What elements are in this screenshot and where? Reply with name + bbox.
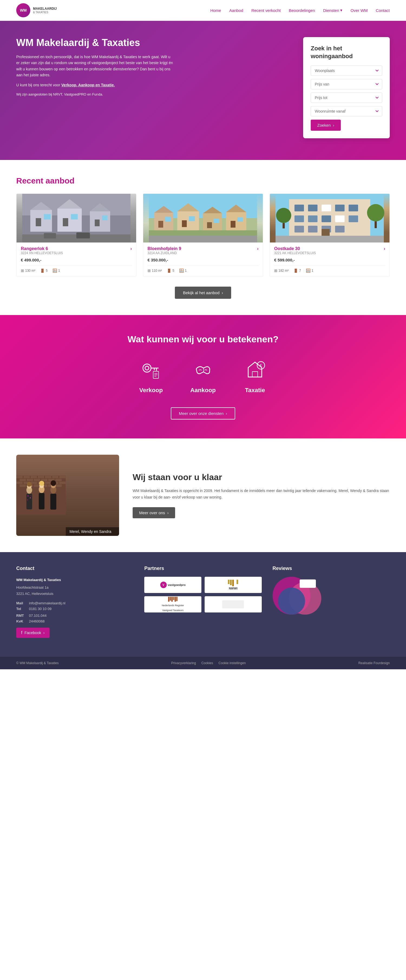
floors-icon-3: 🪟: [306, 269, 310, 273]
svg-rect-13: [102, 215, 107, 220]
partner-logo-vastgoedpro: V vastgoedpro: [144, 577, 201, 593]
property-features-1: ⊞ 130 m² 🚪 5 🪟 1: [21, 266, 132, 273]
prijs-tot-select[interactable]: Prijs tot: [311, 92, 382, 103]
woonruimte-select[interactable]: Woonruimte vanaf: [311, 106, 382, 116]
footer: Contact WM Makelaardij & Taxaties Hoofdw…: [0, 552, 406, 657]
property-features-2: ⊞ 110 m² 🚪 5 🪟 1: [148, 266, 258, 273]
more-services-label: Meer over onze diensten: [179, 411, 224, 416]
nav-aanbod[interactable]: Aanbod: [229, 8, 243, 13]
about-more-label: Meer over ons: [139, 511, 165, 515]
search-button[interactable]: Zoeken ›: [311, 119, 341, 131]
about-description: WM Makelaardij & Taxaties is opgericht i…: [133, 488, 390, 501]
footer-kvk-row: KvK 24460068: [16, 619, 134, 623]
facebook-button[interactable]: f Facebook ›: [16, 628, 49, 638]
about-image: Merel, Wendy en Sandra: [16, 455, 119, 536]
footer-tel-value[interactable]: 0181 30 10 09: [29, 607, 51, 611]
hero-services-text: U kunt bij ons terecht voor Verkoop, Aan…: [16, 82, 173, 88]
svg-rect-75: [23, 476, 30, 479]
footer-tel-row: Tel 0181 30 10 09: [16, 607, 134, 611]
nav-home[interactable]: Home: [210, 8, 221, 13]
property-name-2: Bloemhofplein 9 ›: [148, 246, 258, 251]
logo-sub: & TAXATIES: [33, 11, 57, 14]
arrow-icon: ›: [131, 246, 132, 251]
partner-logo-nwwi: NWWI: [205, 577, 262, 593]
svg-point-59: [143, 364, 151, 372]
area-icon: ⊞: [21, 269, 24, 273]
svg-rect-23: [177, 212, 199, 232]
woonplaats-select[interactable]: Woonplaats: [311, 65, 382, 76]
footer-bottom-links: Privacyverklaring Cookies Cookie instell…: [171, 661, 246, 665]
svg-rect-42: [335, 205, 345, 212]
nav-diensten[interactable]: Diensten ▾: [323, 8, 342, 13]
recent-aanbod-title: Recent aanbod: [16, 176, 390, 185]
footer-mail-row: Mail info@wmmakelaardij.nl: [16, 601, 134, 605]
nav-beoordelingen[interactable]: Beoordelingen: [289, 8, 315, 13]
nav-over-wm[interactable]: Over WM: [350, 8, 368, 13]
svg-rect-19: [154, 213, 173, 232]
view-all-container: Bekijk al het aanbod ›: [16, 286, 390, 299]
arrow-right-icon: ›: [333, 123, 334, 127]
footer-privacy-link[interactable]: Privacyverklaring: [171, 661, 196, 665]
service-item-aankoop[interactable]: Aankoop: [190, 358, 216, 394]
property-price-1: € 499.000,-: [21, 258, 132, 262]
aankoop-icon: [191, 358, 215, 382]
taxatie-icon: €: [243, 358, 267, 382]
nav-contact[interactable]: Contact: [376, 8, 390, 13]
hero-services-link[interactable]: Verkoop, Aankoop en Taxatie.: [61, 83, 115, 87]
property-info-1: Rangeerlok 6 › 3224 XN HELLEVOETSLUIS € …: [16, 242, 136, 277]
service-item-taxatie[interactable]: € Taxatie: [243, 358, 267, 394]
property-card-1[interactable]: Rangeerlok 6 › 3224 XN HELLEVOETSLUIS € …: [16, 194, 137, 277]
logo-area[interactable]: WM MAKELAARDIJ & TAXATIES: [16, 3, 57, 18]
svg-rect-29: [207, 222, 212, 228]
footer-contact-col: Contact WM Makelaardij & Taxaties Hoofdw…: [16, 566, 134, 638]
svg-rect-10: [90, 212, 110, 232]
footer-reviews-title: Reviews: [272, 566, 390, 571]
svg-rect-83: [34, 479, 40, 482]
partners-grid: V vastgoedpro NWWI: [144, 577, 261, 612]
services-banner: Wat kunnen wij voor u betekenen?: [0, 315, 406, 438]
property-image-2: [143, 194, 263, 242]
view-all-button[interactable]: Bekijk al het aanbod ›: [175, 286, 231, 299]
svg-rect-93: [59, 482, 66, 484]
about-more-button[interactable]: Meer over ons ›: [133, 507, 175, 518]
facebook-label: Facebook: [24, 631, 41, 635]
svg-rect-87: [16, 482, 23, 484]
footer-mail-value[interactable]: info@wmmakelaardij.nl: [29, 601, 65, 605]
svg-rect-48: [349, 215, 358, 222]
svg-rect-52: [335, 226, 345, 232]
footer-rmt-value: 07.101.044: [29, 614, 46, 617]
svg-point-104: [30, 498, 31, 498]
about-image-caption: Merel, Wendy en Sandra: [66, 527, 119, 536]
review-badge: [299, 579, 316, 588]
more-services-button[interactable]: Meer over onze diensten ›: [171, 407, 235, 420]
hero-description: Professioneel en toch persoonlijk, dat i…: [16, 54, 173, 78]
svg-rect-12: [95, 220, 100, 226]
svg-rect-21: [158, 221, 163, 228]
footer-cookie-settings-link[interactable]: Cookie instellingen: [218, 661, 246, 665]
footer-partners-title: Partners: [144, 566, 261, 571]
footer-cookies-link[interactable]: Cookies: [201, 661, 213, 665]
hero-text-area: WM Makelaardij & Taxaties Professioneel …: [16, 37, 173, 101]
service-item-verkoop[interactable]: Verkoop: [139, 358, 163, 394]
feature-floors-2: 🪟 1: [179, 269, 187, 273]
footer-copyright: © WM Makelaardij & Taxaties: [16, 661, 59, 665]
property-location-1: 3224 XN HELLEVOETSLUIS: [21, 251, 132, 255]
svg-rect-15: [44, 233, 56, 239]
arrow-right-facebook-icon: ›: [43, 631, 45, 635]
svg-rect-79: [52, 476, 59, 479]
svg-rect-84: [41, 479, 47, 482]
services-grid: Verkoop Aankoop: [16, 358, 390, 394]
property-card-3[interactable]: Oostkade 30 › 3221 AK HELLEVOETSLUIS € 5…: [269, 194, 390, 277]
property-info-3: Oostkade 30 › 3221 AK HELLEVOETSLUIS € 5…: [270, 242, 390, 277]
search-button-label: Zoeken: [317, 123, 331, 127]
svg-rect-94: [19, 484, 26, 487]
svg-rect-49: [295, 226, 304, 232]
prijs-van-select[interactable]: Prijs van: [311, 79, 382, 89]
property-card-2[interactable]: Bloemhofplein 9 › 3214 AA ZUIDLAND € 350…: [143, 194, 263, 277]
rooms-icon: 🚪: [40, 269, 45, 273]
nav-recent-verkocht[interactable]: Recent verkocht: [252, 8, 281, 13]
about-section: Merel, Wendy en Sandra Wij staan voor u …: [0, 438, 406, 552]
feature-rooms-3: 🚪 7: [293, 269, 301, 273]
footer-mail-label: Mail: [16, 601, 26, 605]
svg-rect-82: [27, 479, 33, 482]
